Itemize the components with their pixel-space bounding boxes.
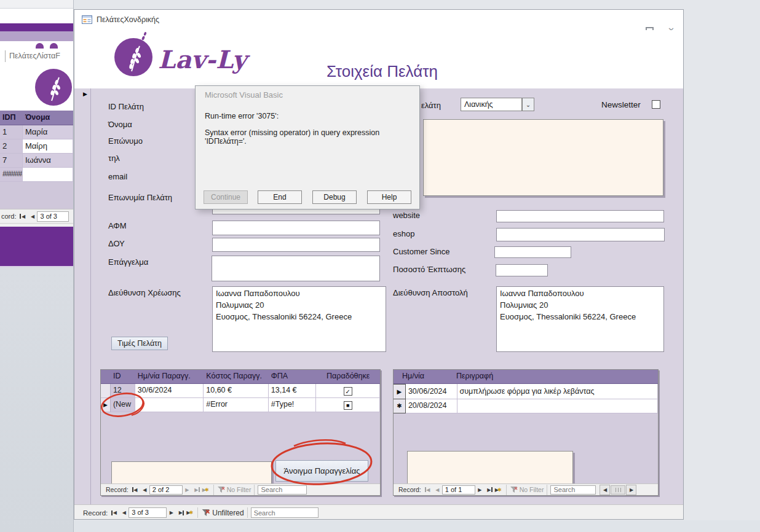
orders-col-cost[interactable]: Κόστος Παραγγ. bbox=[204, 370, 269, 383]
cell-note-date[interactable]: 20/08/2024 bbox=[406, 399, 457, 413]
billing-address-textarea[interactable]: Ιωαννα Παπαδοπουλου Πολυμνιας 20 Ευοσμος… bbox=[212, 286, 386, 352]
table-row[interactable]: 7 Ιωάννα bbox=[0, 154, 73, 168]
search-input[interactable] bbox=[550, 485, 596, 495]
order-note-box[interactable] bbox=[111, 461, 272, 485]
last-record-button[interactable]: ▶ bbox=[192, 485, 201, 495]
tab-customers-list[interactable]: ΠελάτεςΛίσταF bbox=[9, 52, 60, 60]
row-selector[interactable]: ✱ bbox=[394, 399, 406, 413]
shipping-address-textarea[interactable]: Ιωαννα Παπαδοπουλου Πολυμνιας 20 Ευοσμος… bbox=[496, 286, 664, 352]
website-input[interactable] bbox=[496, 210, 664, 222]
orders-row-new[interactable]: ▶ (New #Error #Type! ■ bbox=[101, 398, 380, 412]
table-row[interactable]: 2 Μαίρη bbox=[0, 139, 73, 154]
cell-order-cost[interactable]: #Error bbox=[204, 398, 269, 412]
end-button[interactable]: End bbox=[258, 190, 302, 204]
cell-order-date[interactable] bbox=[135, 398, 204, 412]
open-order-button[interactable]: Άνοιγμα Παραγγελίας bbox=[275, 460, 368, 482]
new-record-star-icon: ✱ bbox=[205, 487, 209, 493]
delivered-checkbox[interactable]: ■ bbox=[344, 401, 352, 410]
dialog-title: Microsoft Visual Basic bbox=[205, 90, 283, 100]
dialog-titlebar[interactable]: Microsoft Visual Basic bbox=[196, 86, 419, 103]
customer-notes-box[interactable] bbox=[423, 119, 663, 196]
delivered-checkbox[interactable]: ✓ bbox=[344, 387, 352, 396]
orders-header-row: ID Ημ/νία Παραγγ. Κόστος Παραγγ. ΦΠΑ Παρ… bbox=[101, 370, 380, 384]
new-record-button[interactable]: ▶✱ bbox=[494, 485, 503, 495]
scrollbar-thumb[interactable] bbox=[611, 485, 625, 495]
notes-row[interactable]: ▶ 30/06/2024 συμπλήρωσε φόρμα για λικέρ … bbox=[394, 384, 658, 399]
cell-order-vat[interactable]: #Type! bbox=[269, 398, 317, 412]
eshop-input[interactable] bbox=[496, 228, 665, 241]
customer-type-dropdown[interactable]: Λιανικής bbox=[461, 98, 522, 111]
dropdown-arrow-button[interactable]: ⌄ bbox=[522, 98, 534, 111]
cell-note-date[interactable]: 30/06/2024 bbox=[406, 384, 457, 399]
next-record-button[interactable]: ▶ bbox=[167, 508, 176, 517]
window-titlebar[interactable]: ΠελάτεςΧονδρικής ✕ bbox=[74, 10, 683, 30]
next-record-button[interactable]: ▶ bbox=[475, 485, 485, 495]
cell-order-cost[interactable]: 10,60 € bbox=[204, 384, 269, 398]
first-record-button[interactable]: ◀ bbox=[18, 212, 28, 221]
orders-col-vat[interactable]: ΦΠΑ bbox=[269, 370, 317, 383]
divider bbox=[506, 485, 507, 495]
row-selector[interactable]: ▶ bbox=[394, 384, 406, 399]
table-row[interactable]: 1 Μαρία bbox=[0, 125, 73, 139]
previous-record-button[interactable]: ◀ bbox=[28, 212, 37, 221]
letter-shape bbox=[36, 43, 44, 49]
last-record-button[interactable]: ▶ bbox=[176, 508, 185, 517]
previous-record-button[interactable]: ◀ bbox=[119, 508, 129, 517]
first-record-button[interactable]: ◀ bbox=[424, 485, 433, 495]
scroll-right-button[interactable]: ▶ bbox=[626, 485, 636, 495]
orders-row[interactable]: 12 30/6/2024 10,60 € 13,14 € ✓ bbox=[101, 384, 380, 398]
orders-col-delivered[interactable]: Παραδόθηκε bbox=[316, 370, 380, 383]
newsletter-checkbox[interactable] bbox=[652, 100, 660, 109]
orders-col-id[interactable]: ID bbox=[111, 370, 135, 383]
customer-since-input[interactable] bbox=[494, 246, 571, 258]
record-position[interactable]: 3 of 3 bbox=[129, 507, 167, 518]
cell-note-desc[interactable]: συμπλήρωσε φόρμα για λικέρ λεβάντας bbox=[457, 384, 658, 399]
record-position[interactable]: 3 of 3 bbox=[37, 211, 69, 222]
notes-row-new[interactable]: ✱ 20/08/2024 bbox=[394, 399, 658, 413]
scroll-left-button[interactable]: ◀ bbox=[600, 485, 610, 495]
table-row[interactable]: ###### bbox=[0, 168, 73, 182]
new-record-button[interactable]: ▶✱ bbox=[201, 485, 210, 495]
last-record-button[interactable]: ▶ bbox=[485, 485, 494, 495]
search-input[interactable] bbox=[258, 485, 307, 495]
lavender-sprig-icon bbox=[114, 38, 152, 76]
previous-record-button[interactable]: ◀ bbox=[433, 485, 442, 495]
afm-input[interactable] bbox=[212, 221, 380, 235]
record-selector-strip[interactable]: ▶ bbox=[82, 88, 91, 504]
orders-col-date[interactable]: Ημ/νία Παραγγ. bbox=[135, 370, 204, 383]
cell-order-date[interactable]: 30/6/2024 bbox=[135, 384, 204, 398]
filter-state-label[interactable]: No Filter bbox=[227, 486, 251, 493]
discount-input[interactable] bbox=[496, 264, 548, 276]
row-selector[interactable] bbox=[101, 384, 111, 398]
notes-col-date[interactable]: Ημ/νία bbox=[402, 370, 454, 383]
bg-purple-band bbox=[0, 23, 73, 31]
doy-input[interactable] bbox=[212, 238, 380, 252]
cell-note-desc[interactable] bbox=[457, 399, 658, 413]
filter-state-label[interactable]: No Filter bbox=[520, 486, 544, 493]
profession-input[interactable] bbox=[212, 256, 380, 281]
first-record-button[interactable]: ◀ bbox=[131, 485, 140, 495]
main-record-navigator: Record: ◀ ◀ 3 of 3 ▶ ▶ ▶✱ Unfiltered bbox=[74, 504, 683, 520]
record-position[interactable]: 2 of 2 bbox=[149, 485, 183, 495]
next-record-button[interactable]: ▶ bbox=[183, 485, 192, 495]
debug-button[interactable]: Debug bbox=[312, 190, 357, 204]
cell-order-vat[interactable]: 13,14 € bbox=[269, 384, 317, 398]
notes-col-desc[interactable]: Περιγραφή bbox=[454, 370, 655, 383]
customer-prices-button[interactable]: Τιμές Πελάτη bbox=[111, 337, 168, 350]
first-record-button[interactable]: ◀ bbox=[110, 508, 119, 517]
bg-empty-area bbox=[0, 182, 73, 209]
record-position[interactable]: 1 of 1 bbox=[442, 485, 475, 495]
bg-record-navigator: cord: ◀ ◀ 3 of 3 bbox=[0, 209, 73, 223]
search-input[interactable] bbox=[251, 507, 319, 518]
letter-shape bbox=[50, 43, 58, 49]
notes-header-row: Ημ/νία Περιγραφή bbox=[394, 370, 658, 384]
help-button[interactable]: Help bbox=[367, 190, 411, 204]
note-entry-box[interactable] bbox=[407, 451, 573, 484]
row-selector[interactable]: ▶ bbox=[101, 398, 111, 412]
new-record-button[interactable]: ▶✱ bbox=[185, 508, 194, 517]
previous-record-button[interactable]: ◀ bbox=[140, 485, 149, 495]
filter-state-label[interactable]: Unfiltered bbox=[212, 509, 243, 517]
cell-name: Μαίρη bbox=[23, 139, 73, 154]
page-title: Στοιχεία Πελάτη bbox=[327, 62, 438, 81]
field-label-email: email bbox=[108, 172, 127, 181]
